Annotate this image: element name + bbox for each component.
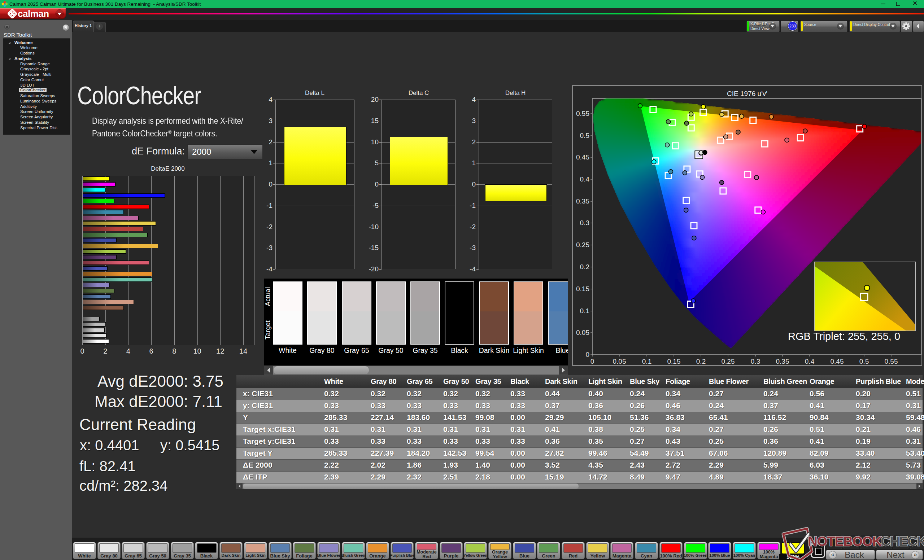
svg-text:0.2: 0.2 (696, 358, 706, 365)
svg-text:CHECK: CHECK (880, 534, 924, 549)
svg-text:0.25: 0.25 (722, 358, 735, 365)
svg-text:0.3: 0.3 (580, 219, 590, 227)
svg-text:0.55: 0.55 (885, 358, 898, 365)
svg-text:0.25: 0.25 (576, 241, 590, 249)
svg-text:0.3: 0.3 (751, 358, 760, 365)
svg-text:0: 0 (585, 351, 590, 358)
svg-text:0: 0 (591, 358, 594, 365)
svg-text:RGB Triplet: 255, 255, 0: RGB Triplet: 255, 255, 0 (788, 331, 900, 342)
svg-text:0.15: 0.15 (668, 358, 681, 365)
svg-text:0.4: 0.4 (805, 358, 814, 365)
svg-text:NOTEBOOK: NOTEBOOK (808, 534, 882, 549)
svg-text:calman: calman (18, 8, 49, 19)
svg-text:0.55: 0.55 (576, 110, 590, 117)
svg-text:0.5: 0.5 (860, 358, 869, 365)
svg-text:0.05: 0.05 (576, 329, 590, 336)
svg-text:0.45: 0.45 (831, 358, 844, 365)
svg-text:0.2: 0.2 (580, 263, 590, 271)
svg-text:0.45: 0.45 (576, 153, 590, 161)
svg-text:0.4: 0.4 (580, 175, 590, 183)
svg-text:0.1: 0.1 (580, 307, 590, 314)
svg-text:CIE 1976 u'v': CIE 1976 u'v' (727, 90, 767, 97)
svg-text:0.05: 0.05 (613, 358, 626, 365)
svg-text:0.1: 0.1 (642, 358, 651, 365)
svg-text:0.15: 0.15 (576, 285, 590, 293)
svg-text:0.35: 0.35 (776, 358, 789, 365)
svg-text:0.5: 0.5 (580, 132, 590, 139)
svg-text:0.35: 0.35 (576, 198, 590, 205)
